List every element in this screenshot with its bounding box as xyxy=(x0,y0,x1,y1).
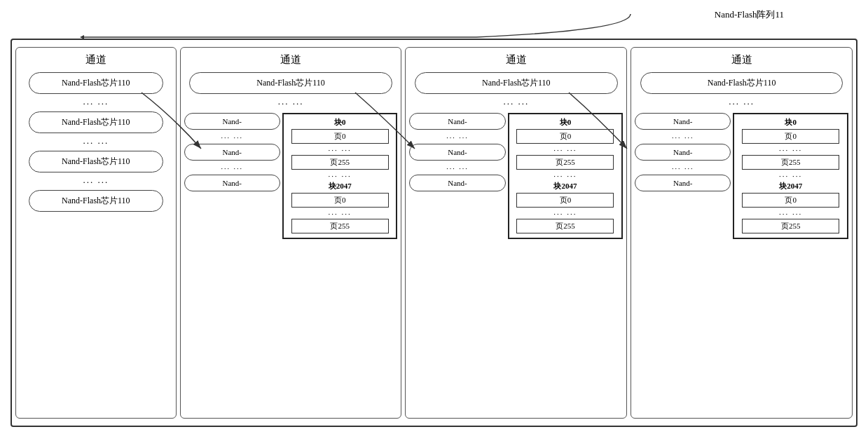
channel-3-between-dots: ··· ··· xyxy=(553,172,577,180)
channel-3-block2047-header: 块2047 xyxy=(553,181,577,191)
channel-2-block2047-page0: 页0 xyxy=(291,193,389,208)
channel-4-partial-chip-2: Nand- xyxy=(635,175,731,191)
channel-1-dots-1: ··· ··· xyxy=(83,137,109,149)
channel-1-dots-0: ··· ··· xyxy=(83,98,109,109)
channel-2-partial-dots-0: ··· ··· xyxy=(221,134,244,142)
channel-4-chip-partial: Nand- ··· ··· Nand- ··· ··· Nand- xyxy=(635,113,731,239)
channel-4-block0-page0: 页0 xyxy=(742,129,839,144)
channel-3-block-detail: 块0 页0 ··· ··· 页255 ··· ··· 块2047 页0 ··· … xyxy=(508,113,624,239)
channel-3-partial-dots-1: ··· ··· xyxy=(446,165,469,172)
channel-2-block-detail: 块0 页0 ··· ··· 页255 ··· ··· 块2047 页0 ··· … xyxy=(282,113,398,239)
channel-3-block0-header: 块0 xyxy=(560,117,572,128)
channel-4-block2047-page0: 页0 xyxy=(742,193,839,208)
array-title-label: Nand-Flash阵列11 xyxy=(715,8,784,21)
channel-2-chip-partial: Nand- ··· ··· Nand- ··· ··· Nand- xyxy=(184,113,280,239)
channel-4-dots-top: ··· ··· xyxy=(729,98,755,109)
channel-3: 通道 Nand-Flash芯片110 ··· ··· Nand- ··· ···… xyxy=(405,47,627,419)
array-outer-box: 通道 Nand-Flash芯片110 ··· ··· Nand-Flash芯片1… xyxy=(11,39,857,427)
channel-4-block2047-dots: ··· ··· xyxy=(779,210,802,218)
channel-3-expanded-area: Nand- ··· ··· Nand- ··· ··· Nand- 块0 页0 … xyxy=(409,113,623,239)
channel-4-partial-dots-1: ··· ··· xyxy=(672,165,694,172)
diagram-wrapper: Nand-Flash阵列11 通道 Nand-Flash芯片110 ··· ··… xyxy=(0,0,868,434)
channel-1-chip-2: Nand-Flash芯片110 xyxy=(29,151,163,172)
channel-3-title: 通道 xyxy=(506,53,527,67)
channel-3-block0-dots: ··· ··· xyxy=(553,146,577,154)
channel-4-partial-chip-0: Nand- xyxy=(635,113,731,130)
channel-2-partial-chip-0: Nand- xyxy=(184,113,280,130)
channel-3-partial-chip-0: Nand- xyxy=(409,113,505,130)
channel-4-block2047-header: 块2047 xyxy=(779,181,802,191)
channel-4-between-dots: ··· ··· xyxy=(779,172,802,180)
channel-4-expanded-area: Nand- ··· ··· Nand- ··· ··· Nand- 块0 页0 … xyxy=(635,113,848,239)
channel-3-partial-chip-1: Nand- xyxy=(409,144,505,161)
channel-4-top-chip: Nand-Flash芯片110 xyxy=(640,72,843,94)
channel-4-block0-dots: ··· ··· xyxy=(779,146,802,154)
channel-2-block0-page255: 页255 xyxy=(291,155,389,170)
channel-4-block0-header: 块0 xyxy=(785,117,797,128)
channel-1-chip-0: Nand-Flash芯片110 xyxy=(29,72,163,94)
channel-2-between-dots: ··· ··· xyxy=(329,172,352,180)
channel-4: 通道 Nand-Flash芯片110 ··· ··· Nand- ··· ···… xyxy=(631,47,853,419)
channel-1-chip-3: Nand-Flash芯片110 xyxy=(29,190,163,212)
channel-3-block0-page255: 页255 xyxy=(516,155,614,170)
channel-1-dots-2: ··· ··· xyxy=(83,177,109,188)
channel-3-dots-top: ··· ··· xyxy=(503,98,529,109)
channel-2-dots-top: ··· ··· xyxy=(278,98,304,109)
channel-4-partial-chip-1: Nand- xyxy=(635,144,731,161)
channel-2: 通道 Nand-Flash芯片110 ··· ··· Nand- ··· ···… xyxy=(180,47,402,419)
array-title-text: Nand-Flash阵列11 xyxy=(715,9,784,20)
channel-2-partial-dots-1: ··· ··· xyxy=(221,165,244,172)
channels-container: 通道 Nand-Flash芯片110 ··· ··· Nand-Flash芯片1… xyxy=(12,40,856,426)
channel-2-block2047-dots: ··· ··· xyxy=(329,210,352,218)
channel-2-expanded-area: Nand- ··· ··· Nand- ··· ··· Nand- 块0 页0 … xyxy=(184,113,398,239)
channel-3-block0-page0: 页0 xyxy=(516,129,614,144)
channel-3-partial-dots-0: ··· ··· xyxy=(446,134,469,142)
channel-2-top-chip: Nand-Flash芯片110 xyxy=(189,72,392,94)
channel-2-block0-page0: 页0 xyxy=(291,129,389,144)
channel-3-chip-partial: Nand- ··· ··· Nand- ··· ··· Nand- xyxy=(409,113,505,239)
channel-4-partial-dots-0: ··· ··· xyxy=(672,134,694,142)
channel-3-block2047-dots: ··· ··· xyxy=(553,210,577,218)
channel-3-block2047-page255: 页255 xyxy=(516,219,614,233)
channel-4-title: 通道 xyxy=(731,53,752,67)
channel-3-block2047-page0: 页0 xyxy=(516,193,614,208)
channel-2-block2047-page255: 页255 xyxy=(291,219,389,233)
channel-2-partial-chip-1: Nand- xyxy=(184,144,280,161)
channel-3-partial-chip-2: Nand- xyxy=(409,175,505,191)
channel-2-block2047-header: 块2047 xyxy=(329,181,352,191)
channel-4-block0-page255: 页255 xyxy=(742,155,839,170)
channel-4-block-detail: 块0 页0 ··· ··· 页255 ··· ··· 块2047 页0 ··· … xyxy=(733,113,848,239)
channel-2-block0-dots: ··· ··· xyxy=(329,146,352,154)
channel-2-partial-chip-2: Nand- xyxy=(184,175,280,191)
channel-2-block0-header: 块0 xyxy=(334,117,346,128)
channel-2-title: 通道 xyxy=(280,53,301,67)
channel-4-block2047-page255: 页255 xyxy=(742,219,839,233)
channel-3-top-chip: Nand-Flash芯片110 xyxy=(415,72,618,94)
channel-1: 通道 Nand-Flash芯片110 ··· ··· Nand-Flash芯片1… xyxy=(15,47,177,419)
channel-1-chip-1: Nand-Flash芯片110 xyxy=(29,111,163,133)
channel-1-title: 通道 xyxy=(85,53,106,67)
